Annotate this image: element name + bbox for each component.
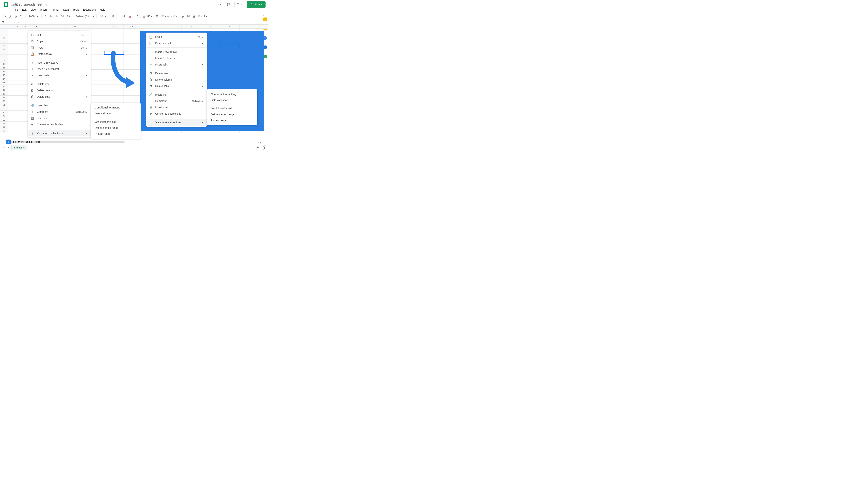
menu-help[interactable]: Help [98, 8, 107, 11]
menu-tools[interactable]: Tools [71, 8, 81, 11]
row-header[interactable]: 12 [0, 69, 8, 73]
comments-icon[interactable] [226, 2, 231, 7]
cell[interactable] [104, 44, 123, 47]
ctx-paste[interactable]: 📋PasteCtrl+V [28, 45, 91, 51]
ctx-note[interactable]: ▤Insert note [28, 115, 91, 121]
menu-format[interactable]: Format [49, 8, 61, 11]
row-header[interactable]: 5 [0, 44, 8, 47]
undo-button[interactable] [2, 14, 7, 19]
valign-button[interactable]: ▾ [161, 14, 166, 19]
cell[interactable] [8, 32, 27, 36]
cell[interactable] [104, 40, 123, 44]
col-header-h[interactable]: H [143, 25, 162, 28]
ctx-more-actions[interactable]: ⋮View more cell actions▸ [28, 130, 91, 136]
cell[interactable] [8, 62, 27, 66]
ctx-cut[interactable]: ✂CutCtrl+X [28, 32, 91, 38]
link-button[interactable] [180, 14, 186, 19]
ctx2-insert-col[interactable]: ＋Insert 1 column left [146, 55, 207, 61]
ctx-comment[interactable]: ＋CommentCtrl+Alt+M [28, 109, 91, 115]
sub-data-validation[interactable]: Data validation [91, 111, 141, 116]
all-sheets-button[interactable]: ≡ [7, 145, 9, 149]
col-header-a[interactable]: A▾ [8, 25, 27, 28]
col-header-j[interactable]: J [182, 25, 201, 28]
row-header[interactable]: 18 [0, 92, 8, 96]
row-header[interactable]: 27 [0, 125, 8, 129]
cell[interactable] [8, 40, 27, 44]
ctx-people-chip[interactable]: ☻Convert to people chip [28, 121, 91, 127]
row-header[interactable]: 24 [0, 114, 8, 118]
merge-button[interactable]: ▾ [147, 14, 152, 19]
cell[interactable] [123, 44, 143, 47]
row-header[interactable]: 21 [0, 103, 8, 107]
cell[interactable] [123, 47, 143, 51]
sub2-data-validation[interactable]: Data validation [207, 97, 257, 103]
ctx-delete-col[interactable]: 🗑Delete column [28, 87, 91, 94]
col-header-e[interactable]: E [85, 25, 104, 28]
row-header[interactable]: 13 [0, 73, 8, 77]
name-box[interactable]: F7 [0, 20, 16, 25]
ctx-delete-cells[interactable]: 🗑Delete cells▸ [28, 94, 91, 100]
cell[interactable] [8, 125, 27, 129]
menu-edit[interactable]: Edit [20, 8, 28, 11]
row-header[interactable]: 4 [0, 40, 8, 44]
ctx-insert-col[interactable]: ＋Insert 1 column left [28, 66, 91, 72]
row-header[interactable]: 8 [0, 55, 8, 58]
sub2-cond-format[interactable]: Conditional formatting [207, 91, 257, 97]
print-button[interactable] [13, 14, 18, 19]
col-header-f[interactable]: F [104, 25, 123, 28]
cell[interactable] [8, 129, 27, 133]
cell[interactable] [8, 51, 27, 55]
cell[interactable] [8, 118, 27, 122]
ctx2-more-actions[interactable]: ⋮View more cell actions▸ [146, 119, 207, 125]
sheet-tab[interactable]: Sheet1▾ [11, 145, 28, 150]
sub-get-link[interactable]: Get link to this cell [91, 119, 141, 125]
cell[interactable] [104, 96, 123, 99]
col-header-k[interactable]: K [201, 25, 220, 28]
chart-button[interactable] [191, 14, 197, 19]
cell[interactable] [8, 99, 27, 103]
rotate-button[interactable]: ▾ [172, 14, 177, 19]
cell[interactable] [8, 73, 27, 77]
ctx2-people-chip[interactable]: ☻Convert to people chip [146, 111, 207, 117]
ctx2-insert-cells[interactable]: ＋Insert cells▸ [146, 61, 207, 68]
sheets-logo[interactable] [2, 1, 10, 8]
dec-dec-button[interactable]: .0↓ [54, 14, 60, 19]
sub-cond-format[interactable]: Conditional formatting [91, 105, 141, 111]
col-header-i[interactable]: I [162, 25, 182, 28]
cell[interactable] [8, 92, 27, 96]
cell[interactable] [8, 29, 27, 32]
sidepanel-toggle[interactable]: ❯ [263, 145, 266, 150]
row-header[interactable]: 17 [0, 88, 8, 92]
cell[interactable] [123, 92, 143, 96]
row-header[interactable]: 28 [0, 129, 8, 133]
ctx2-delete-col[interactable]: 🗑Delete column [146, 77, 207, 83]
calendar-icon[interactable] [263, 18, 267, 21]
ctx-insert-cells[interactable]: ＋Insert cells▸ [28, 72, 91, 79]
row-header[interactable]: 19 [0, 96, 8, 99]
cell[interactable] [8, 81, 27, 84]
col-header-l[interactable]: L [220, 25, 240, 28]
currency-button[interactable]: $ [43, 14, 48, 19]
cell[interactable] [8, 69, 27, 73]
number-format-dropdown[interactable]: 123▾ [65, 14, 71, 19]
horizontal-scrollbar[interactable] [8, 141, 262, 144]
cell[interactable] [104, 99, 123, 103]
selected-cell-right[interactable] [220, 44, 240, 47]
ctx2-paste[interactable]: 📋PasteCtrl+V [146, 34, 207, 40]
row-header[interactable]: 23 [0, 111, 8, 114]
row-header[interactable]: 16 [0, 84, 8, 88]
row-header[interactable]: 20 [0, 99, 8, 103]
row-header[interactable]: 14 [0, 77, 8, 81]
row-header[interactable]: 25 [0, 118, 8, 122]
cell[interactable] [123, 32, 143, 36]
cell[interactable] [123, 99, 143, 103]
sub-named-range[interactable]: Define named range [91, 125, 141, 131]
ctx2-comment[interactable]: ＋CommentCtrl+Alt+M [146, 98, 207, 104]
explore-button[interactable]: ✦ [256, 145, 259, 150]
col-header-d[interactable]: D [65, 25, 85, 28]
row-header[interactable]: 7 [0, 51, 8, 55]
row-header[interactable]: 2 [0, 32, 8, 36]
row-header[interactable]: 26 [0, 122, 8, 125]
cell[interactable] [8, 111, 27, 114]
sub2-protect-range[interactable]: Protect range [207, 117, 257, 123]
